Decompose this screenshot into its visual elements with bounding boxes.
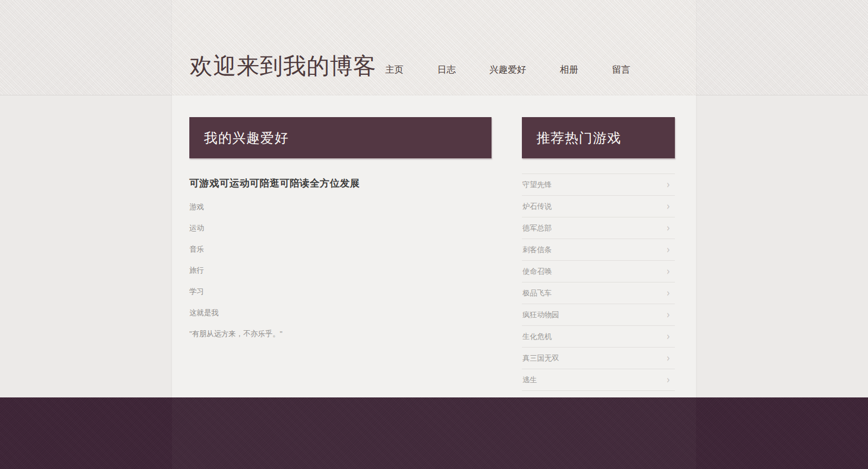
nav-item-album[interactable]: 相册 (560, 63, 578, 76)
chevron-right-icon: › (667, 353, 670, 363)
game-list-item[interactable]: 德军总部 › (522, 217, 675, 239)
list-item: 音乐 (189, 246, 492, 253)
game-name: 逃生 (522, 375, 537, 385)
site-header: 欢迎来到我的博客 主页 日志 兴趣爱好 相册 留言 (0, 0, 868, 95)
list-item: 运动 (189, 224, 492, 232)
main-nav: 主页 日志 兴趣爱好 相册 留言 (385, 63, 630, 76)
game-name: 守望先锋 (522, 180, 552, 190)
chevron-right-icon: › (667, 179, 670, 190)
hobbies-heading: 可游戏可运动可陪逛可陪读全方位发展 (189, 177, 492, 190)
content-band: 我的兴趣爱好 可游戏可运动可陪逛可陪读全方位发展 游戏 运动 音乐 旅行 学习 … (0, 95, 868, 397)
chevron-right-icon: › (667, 266, 670, 277)
game-list: 守望先锋 › 炉石传说 › 德军总部 › 刺客信条 › (522, 174, 675, 391)
nav-item-home[interactable]: 主页 (385, 63, 404, 76)
game-list-item[interactable]: 生化危机 › (522, 326, 675, 348)
game-list-item[interactable]: 炉石传说 › (522, 196, 675, 217)
game-list-item[interactable]: 真三国无双 › (522, 348, 675, 369)
hobbies-panel-title: 我的兴趣爱好 (204, 130, 289, 145)
game-name: 生化危机 (522, 332, 552, 342)
footer-container (172, 397, 696, 469)
list-item: 游戏 (189, 203, 492, 210)
chevron-right-icon: › (667, 201, 670, 211)
chevron-right-icon: › (667, 245, 670, 255)
hobbies-section: 我的兴趣爱好 可游戏可运动可陪逛可陪读全方位发展 游戏 运动 音乐 旅行 学习 … (189, 117, 492, 351)
game-name: 刺客信条 (522, 245, 552, 255)
site-footer (0, 397, 868, 469)
game-name: 极品飞车 (522, 288, 552, 298)
nav-item-hobbies[interactable]: 兴趣爱好 (489, 63, 526, 76)
game-list-item[interactable]: 守望先锋 › (522, 174, 675, 196)
header-container: 欢迎来到我的博客 主页 日志 兴趣爱好 相册 留言 (172, 0, 696, 95)
hobbies-panel-header: 我的兴趣爱好 (189, 117, 492, 158)
game-name: 疯狂动物园 (522, 310, 559, 320)
chevron-right-icon: › (667, 223, 670, 233)
list-item: 学习 (189, 288, 492, 295)
game-list-item[interactable]: 极品飞车 › (522, 282, 675, 304)
hobby-list: 游戏 运动 音乐 旅行 学习 这就是我 "有朋从远方来，不亦乐乎。" (189, 203, 492, 337)
game-name: 炉石传说 (522, 202, 552, 211)
content-container: 我的兴趣爱好 可游戏可运动可陪逛可陪读全方位发展 游戏 运动 音乐 旅行 学习 … (172, 95, 696, 397)
game-list-item[interactable]: 疯狂动物园 › (522, 304, 675, 326)
games-sidebar: 推荐热门游戏 守望先锋 › 炉石传说 › 德军总部 › (522, 117, 675, 391)
game-list-item[interactable]: 刺客信条 › (522, 239, 675, 261)
chevron-right-icon: › (667, 288, 670, 298)
game-name: 真三国无双 (522, 354, 559, 363)
chevron-right-icon: › (667, 310, 670, 320)
list-item: 这就是我 (189, 309, 492, 316)
game-list-item[interactable]: 使命召唤 › (522, 261, 675, 282)
games-panel-header: 推荐热门游戏 (522, 117, 675, 158)
nav-item-message[interactable]: 留言 (612, 63, 630, 76)
game-name: 德军总部 (522, 223, 552, 233)
chevron-right-icon: › (667, 375, 670, 385)
game-name: 使命召唤 (522, 267, 552, 277)
chevron-right-icon: › (667, 331, 670, 342)
site-title: 欢迎来到我的博客 (190, 51, 376, 81)
blog-page: 欢迎来到我的博客 主页 日志 兴趣爱好 相册 留言 我的兴趣爱好 可游戏可运动可… (0, 0, 868, 469)
quote-text: "有朋从远方来，不亦乐乎。" (189, 330, 492, 337)
game-list-item[interactable]: 逃生 › (522, 369, 675, 391)
nav-item-blog[interactable]: 日志 (437, 63, 456, 76)
games-panel-title: 推荐热门游戏 (537, 130, 621, 145)
list-item: 旅行 (189, 267, 492, 274)
